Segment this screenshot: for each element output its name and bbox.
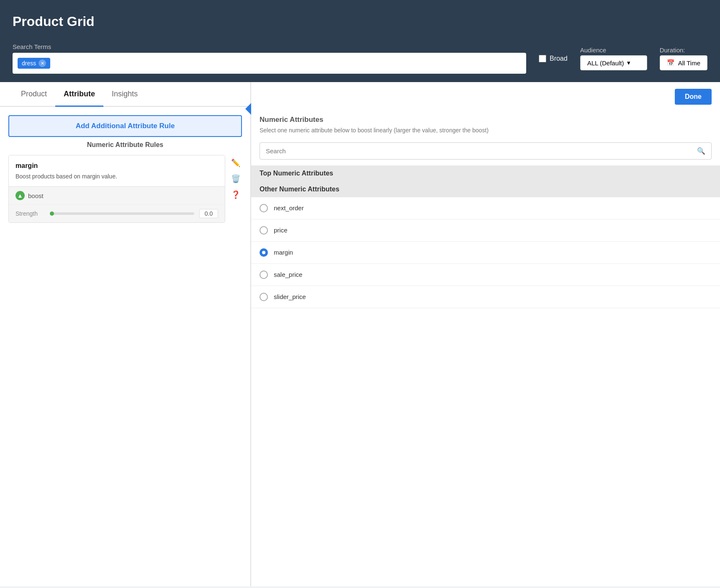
search-icon: 🔍 [697,147,705,155]
tab-attribute[interactable]: Attribute [55,82,103,106]
boost-label: boost [28,192,44,199]
rule-card-body: margin Boost products based on margin va… [9,155,225,186]
strength-slider[interactable] [50,212,194,215]
tab-product[interactable]: Product [13,82,55,106]
help-icon[interactable]: ❓ [229,188,242,201]
rule-card-actions: ▲ boost [9,186,225,204]
strength-row: Strength 0.0 [9,204,225,222]
main-content: Product Attribute Insights Add Additiona… [0,82,720,586]
broad-label: Broad [550,55,568,62]
attr-label-slider-price: slider_price [274,293,306,300]
attr-radio-slider-price [260,293,268,301]
page-title: Product Grid [13,14,95,29]
app-header: Product Grid [0,0,720,43]
broad-container: Broad [539,55,568,62]
audience-select[interactable]: ALL (Default) ▾ [580,55,647,70]
attr-radio-next-order [260,204,268,212]
search-bar-row: Search Terms dress ✕ Broad Audience ALL … [0,43,720,82]
attr-radio-margin [260,248,268,257]
audience-dropdown-icon: ▾ [627,59,630,67]
duration-button[interactable]: 📅 All Time [660,55,707,70]
duration-label: Duration: [660,46,707,54]
boost-indicator: ▲ [15,191,25,200]
attr-label-margin: margin [274,249,293,256]
rule-desc: Boost products based on margin value. [15,173,218,180]
top-numeric-attrs-header: Top Numeric Attributes [251,165,720,181]
edit-icon[interactable]: ✏️ [229,157,242,169]
audience-container: Audience ALL (Default) ▾ [580,46,647,70]
attr-radio-price [260,226,268,235]
numeric-attrs-title: Numeric Attributes [260,116,712,124]
left-panel: Product Attribute Insights Add Additiona… [0,82,251,586]
attr-radio-sale-price [260,271,268,279]
other-numeric-attrs-header: Other Numeric Attributes [251,181,720,197]
search-tag-label: dress [22,60,36,67]
rule-card: margin Boost products based on margin va… [8,155,225,223]
panel-arrow [245,103,251,115]
attr-label-sale-price: sale_price [274,271,302,278]
search-input-box[interactable]: dress ✕ [13,53,526,74]
done-btn-row: Done [251,82,720,111]
rule-name: margin [15,162,218,170]
search-box[interactable]: 🔍 [260,142,712,160]
calendar-icon: 📅 [667,59,675,67]
tabs: Product Attribute Insights [0,82,250,107]
attr-label-price: price [274,227,288,234]
attr-item-price[interactable]: price [251,219,720,242]
attr-item-slider-price[interactable]: slider_price [251,286,720,308]
broad-checkbox[interactable] [539,55,546,62]
search-tag-dress: dress ✕ [18,58,50,69]
audience-label: Audience [580,46,647,54]
strength-value: 0.0 [199,209,218,218]
attr-item-sale-price[interactable]: sale_price [251,264,720,286]
delete-icon[interactable]: 🗑️ [229,173,242,185]
attr-item-next-order[interactable]: next_order [251,197,720,219]
rule-card-container: margin Boost products based on margin va… [8,155,242,223]
add-rule-button[interactable]: Add Additional Attribute Rule [8,115,242,137]
tab-insights[interactable]: Insights [103,82,146,106]
audience-value: ALL (Default) [587,59,624,67]
duration-container: Duration: 📅 All Time [660,46,707,70]
search-terms-container: Search Terms dress ✕ [13,43,526,74]
attr-label-next-order: next_order [274,204,304,211]
numeric-attrs-desc: Select one numeric attribute below to bo… [260,126,712,135]
search-input[interactable] [266,147,694,155]
strength-label: Strength [15,210,45,217]
duration-value: All Time [678,59,700,67]
rule-actions: ✏️ 🗑️ ❓ [229,155,242,201]
strength-slider-fill [50,211,54,216]
right-panel: Done Numeric Attributes Select one numer… [251,82,720,586]
search-tag-close-icon[interactable]: ✕ [39,59,46,67]
search-terms-label: Search Terms [13,43,526,50]
attr-item-margin[interactable]: margin [251,242,720,264]
done-button[interactable]: Done [675,89,712,105]
section-title: Numeric Attribute Rules [8,141,242,149]
numeric-attrs-header: Numeric Attributes Select one numeric at… [251,111,720,137]
